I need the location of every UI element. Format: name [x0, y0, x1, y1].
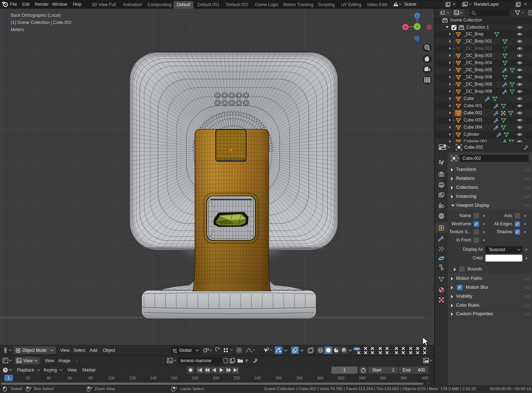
svg-text:Y: Y	[416, 25, 418, 29]
svg-text:Z: Z	[416, 14, 418, 18]
svg-text:X: X	[404, 25, 407, 29]
